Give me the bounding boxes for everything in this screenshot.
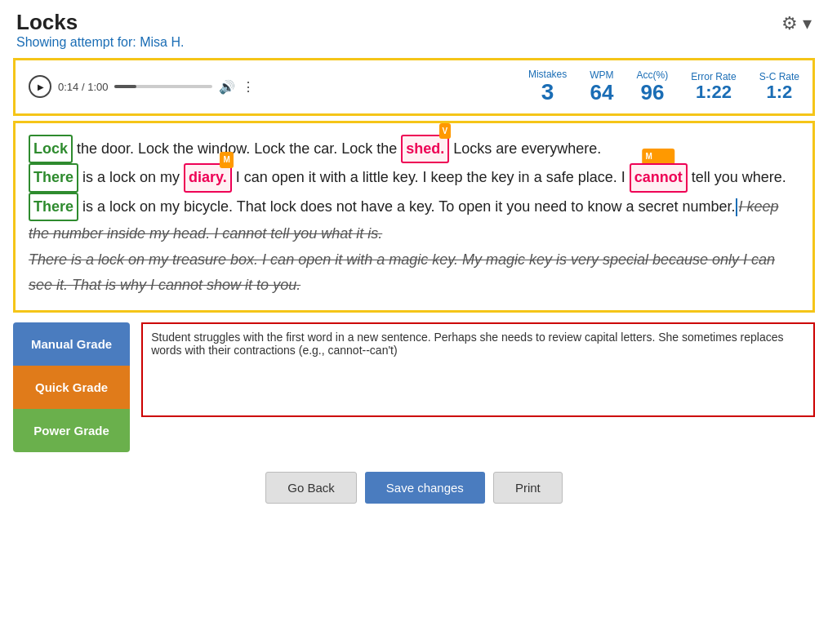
gear-icon[interactable]: ⚙ ▾ [781, 13, 812, 34]
wpm-stat: WPM 64 [590, 69, 613, 104]
power-grade-button[interactable]: Power Grade [13, 409, 130, 452]
word-lock: Lock [29, 135, 73, 164]
print-button[interactable]: Print [493, 472, 563, 504]
bottom-section: Manual Grade Quick Grade Power Grade Stu… [13, 319, 815, 457]
error-rate-stat: Error Rate 1:22 [691, 71, 736, 102]
feedback-box[interactable]: Student struggles with the first word in… [141, 322, 815, 417]
skipped-text-2: There is a lock on my treasure box. I ca… [29, 251, 775, 294]
more-options-icon[interactable]: ⋮ [242, 79, 255, 95]
word-shed: shed.V [401, 135, 449, 164]
word-cannot: cannot [630, 163, 688, 193]
word-there-2: There [29, 193, 78, 222]
volume-icon[interactable]: 🔊 [219, 79, 235, 95]
mistakes-stat: Mistakes 3 [528, 69, 567, 105]
subtitle: Showing attempt for: Misa H. [16, 35, 184, 50]
save-changes-button[interactable]: Save changes [365, 472, 485, 504]
manual-grade-button[interactable]: Manual Grade [13, 322, 130, 366]
page-title: Locks [16, 10, 184, 35]
play-button[interactable] [29, 75, 51, 98]
progress-bar[interactable] [114, 85, 212, 88]
quick-grade-button[interactable]: Quick Grade [13, 366, 130, 409]
audio-player: 0:14 / 1:00 🔊 ⋮ Mistakes 3 WPM 64 Acc(%)… [13, 58, 815, 116]
student-name: Misa H. [140, 35, 184, 49]
word-there-1: There [29, 163, 78, 193]
acc-stat: Acc(%) 96 [637, 69, 669, 104]
word-diary: diary.M [184, 163, 232, 193]
reading-passage: Lock the door. Lock the window. Lock the… [13, 121, 815, 313]
grade-buttons: Manual Grade Quick Grade Power Grade [13, 322, 130, 452]
feedback-textarea[interactable]: Student struggles with the first word in… [151, 331, 805, 404]
sc-rate-stat: S-C Rate 1:2 [759, 71, 799, 102]
go-back-button[interactable]: Go Back [265, 472, 357, 504]
action-buttons: Go Back Save changes Print [0, 457, 828, 512]
skipped-text-1: I keep the number inside my head. I cann… [29, 198, 779, 242]
subtitle-prefix: Showing attempt for: [16, 35, 140, 49]
time-display: 0:14 / 1:00 [58, 81, 108, 93]
